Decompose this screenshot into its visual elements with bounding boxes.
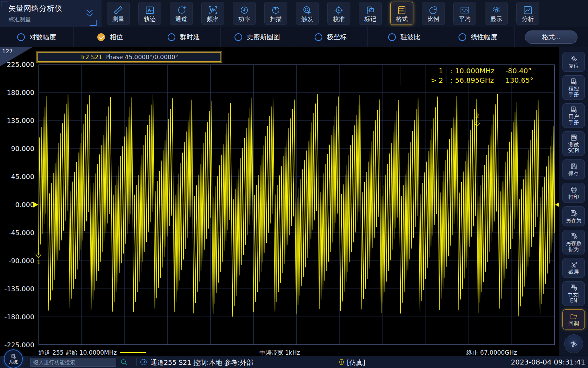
- y-axis-label: -135.000: [0, 285, 34, 293]
- y-axis-label: -180.000: [0, 313, 34, 321]
- format-more-cell: 格式...: [514, 27, 588, 47]
- trace-format-scale: Phase 45.0000°/0.0000°: [105, 54, 178, 61]
- trace-marker-2-label: 2: [475, 112, 479, 120]
- scpi-doc-icon: SCPI: [570, 134, 578, 142]
- channel-status-text: 通道255 S21 控制:本地 参考:外部: [150, 358, 253, 367]
- phase-plot-grid: [38, 64, 555, 345]
- app-title: 矢量网络分析仪: [8, 4, 62, 13]
- toolbar-button-trace[interactable]: 轨迹: [138, 2, 161, 25]
- sweep-status-icon: [139, 358, 148, 366]
- format-option-linear-magnitude[interactable]: 线性幅度: [441, 27, 514, 47]
- svg-text:SCPI: SCPI: [572, 137, 575, 139]
- y-axis-label: 90.000: [0, 145, 34, 152]
- toolbar-button-marker[interactable]: 标记: [359, 2, 382, 25]
- app-subtitle: 标准测量: [8, 16, 31, 23]
- calibrate-crosshair-icon: [334, 5, 344, 15]
- save-data-as-icon: [570, 232, 578, 240]
- sidebar-button-reset[interactable]: 复位: [562, 52, 585, 72]
- warning-icon: [338, 359, 345, 366]
- radio-icon: [234, 33, 242, 41]
- svg-text:P: P: [575, 82, 576, 84]
- power-bolt-icon: [239, 5, 250, 15]
- toolbar-button-display[interactable]: 显示: [485, 2, 508, 25]
- sidebar-button-language-toggle[interactable]: En中文| EN: [562, 281, 585, 306]
- toolbar-button-trigger[interactable]: 触发: [296, 2, 319, 25]
- top-toolbar: 矢量网络分析仪 标准测量 测量 轨迹 通道 频率 功率 扫描 触发 校准 标记 …: [0, 0, 588, 27]
- y-axis-label: 225.000: [0, 61, 34, 68]
- reference-level-arrow-left: [33, 202, 38, 207]
- language-toggle-icon: En: [570, 284, 578, 292]
- sidebar-button-save-as[interactable]: 另存为: [562, 206, 585, 226]
- toolbar-button-calibration[interactable]: 校准: [327, 2, 350, 25]
- radio-icon: [388, 33, 396, 41]
- trace-color-indicator: [120, 352, 146, 353]
- format-more-button[interactable]: 格式...: [525, 30, 578, 44]
- save-as-icon: [570, 209, 578, 217]
- sidebar-button-print[interactable]: 打印: [562, 183, 585, 203]
- toolbar-button-average[interactable]: 平均: [453, 2, 476, 25]
- toolbar-button-frequency[interactable]: 频率: [201, 2, 224, 25]
- nav-flower-icon: [569, 339, 578, 348]
- y-axis-label: 180.000: [0, 89, 34, 96]
- y-axis-label: 0.000: [0, 201, 34, 209]
- average-wave-icon: [460, 5, 470, 15]
- y-axis-label: 135.000: [0, 117, 34, 124]
- format-option-group-delay[interactable]: 群时延: [147, 27, 220, 47]
- clock-timestamp: 2023-08-04 09:31:41: [511, 358, 585, 366]
- y-axis-label: 45.000: [0, 173, 34, 180]
- toolbar-button-power[interactable]: 功率: [233, 2, 256, 25]
- ruler-icon: [113, 5, 124, 15]
- format-option-polar[interactable]: 极坐标: [294, 27, 368, 47]
- channel-loop-icon: [176, 5, 187, 15]
- trace-name: Tr2 S21: [80, 54, 103, 61]
- format-option-bar: 对数幅度 相位 群时延 史密斯圆图 极坐标 驻波比 线性幅度 格式...: [0, 27, 588, 47]
- analysis-chart-icon: [523, 5, 533, 15]
- phase-plot-area: 127 Tr2 S21 Phase 45.0000°/0.0000° 225.0…: [0, 47, 559, 356]
- sidebar: 复位 ?P程控 手册 ?H用户 手册 SCPI测试 SCPI 保存 打印 另存为…: [559, 47, 588, 356]
- status-bar: 系统 通道255 S21 控制:本地 参考:外部 [仿真] 2023-08-04…: [0, 356, 588, 368]
- trigger-cursor-icon: [302, 5, 313, 15]
- trace-waveform-icon: [145, 5, 155, 15]
- format-option-swr[interactable]: 驻波比: [368, 27, 441, 47]
- toolbar-button-channel[interactable]: 通道: [170, 2, 193, 25]
- scale-pie-icon: [428, 5, 439, 15]
- screenshot-scissors-icon: [570, 261, 578, 269]
- sidebar-button-test-scpi[interactable]: SCPI测试 SCPI: [562, 131, 585, 156]
- display-eye-icon: [491, 5, 502, 15]
- sidebar-button-screenshot[interactable]: 截屏: [562, 258, 585, 278]
- user-manual-icon: ?H: [570, 105, 578, 114]
- toolbar-button-format[interactable]: 格式: [390, 2, 413, 25]
- format-option-log-magnitude[interactable]: 对数幅度: [0, 27, 73, 47]
- search-icon[interactable]: [120, 358, 128, 366]
- toolbar-button-measure[interactable]: 测量: [107, 2, 130, 25]
- y-axis-label: -45.000: [0, 229, 34, 237]
- sidebar-button-programming-manual[interactable]: ?P程控 手册: [562, 75, 585, 100]
- toolbar-button-scale[interactable]: 比例: [422, 2, 445, 25]
- reset-gear-icon: [570, 55, 578, 63]
- toolbar-button-row: 测量 轨迹 通道 频率 功率 扫描 触发 校准 标记 格式 比例 平均 显示 分…: [107, 2, 539, 25]
- trace-header[interactable]: Tr2 S21 Phase 45.0000°/0.0000°: [37, 52, 221, 62]
- radio-checked-icon: [97, 33, 105, 41]
- title-block[interactable]: 矢量网络分析仪 标准测量: [0, 0, 102, 27]
- sidebar-button-save[interactable]: 保存: [562, 159, 585, 179]
- radio-icon: [17, 33, 25, 41]
- sidebar-nav-button[interactable]: [564, 334, 583, 353]
- sidebar-button-save-data-as[interactable]: 另存数 据为: [562, 230, 585, 254]
- chevrons-down-icon[interactable]: [83, 7, 96, 20]
- toolbar-button-sweep[interactable]: 扫描: [264, 2, 287, 25]
- save-floppy-icon: [570, 162, 578, 170]
- printer-icon: [570, 186, 578, 194]
- svg-text:?: ?: [572, 79, 574, 82]
- radio-icon: [458, 33, 466, 41]
- function-search-input[interactable]: [30, 358, 116, 367]
- system-gear-doc-icon: [10, 354, 16, 360]
- format-option-smith-chart[interactable]: 史密斯圆图: [220, 27, 294, 47]
- format-option-phase[interactable]: 相位: [73, 27, 147, 47]
- vna-application-window: 矢量网络分析仪 标准测量 测量 轨迹 通道 频率 功率 扫描 触发 校准 标记 …: [0, 0, 588, 368]
- sidebar-button-user-manual[interactable]: ?H用户 手册: [562, 103, 585, 128]
- sidebar-button-recall[interactable]: 回调: [562, 309, 585, 329]
- frequency-wave-icon: [208, 5, 218, 15]
- system-button[interactable]: 系统: [4, 349, 23, 368]
- simulation-mode-text: [仿真]: [347, 358, 365, 367]
- toolbar-button-analysis[interactable]: 分析: [516, 2, 539, 25]
